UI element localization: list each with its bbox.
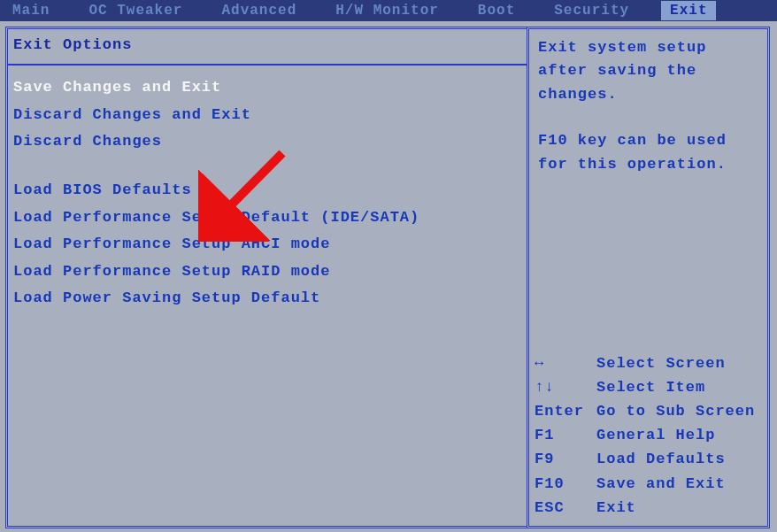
help-text: Exit system setup after saving the chang… [538, 36, 762, 176]
key-desc: Select Item [596, 375, 705, 399]
key-desc: Load Defaults [596, 447, 726, 471]
help-line: for this operation. [538, 153, 762, 176]
key-name: ↑↓ [535, 375, 596, 399]
key-name: Enter [535, 399, 596, 423]
menu-item-load-performance-ide-sata[interactable]: Load Performance Setup Default (IDE/SATA… [8, 204, 527, 232]
key-name: F9 [535, 447, 596, 471]
menu-item-load-power-saving[interactable]: Load Power Saving Setup Default [8, 285, 527, 312]
menu-item-discard-changes[interactable]: Discard Changes [8, 128, 527, 156]
menubar-item-security[interactable]: Security [547, 1, 636, 20]
menu-spacer [8, 156, 527, 177]
key-desc: Go to Sub Screen [596, 399, 755, 423]
menu-item-load-bios-defaults[interactable]: Load BIOS Defaults [8, 177, 527, 204]
key-row-f10: F10 Save and Exit [535, 472, 763, 496]
menubar-item-hw-monitor[interactable]: H/W Monitor [328, 1, 446, 20]
key-legend: ↔ Select Screen ↑↓ Select Item Enter Go … [535, 351, 763, 520]
menu-item-load-performance-raid[interactable]: Load Performance Setup RAID mode [8, 258, 527, 286]
key-name: ESC [535, 496, 596, 520]
help-line: after saving the [538, 59, 762, 82]
key-name: F1 [535, 423, 596, 447]
help-line: changes. [538, 83, 762, 106]
key-row-enter: Enter Go to Sub Screen [535, 399, 763, 423]
help-line [538, 106, 762, 129]
menu-item-discard-changes-and-exit[interactable]: Discard Changes and Exit [8, 102, 527, 129]
help-line: F10 key can be used [538, 129, 762, 152]
key-row-f9: F9 Load Defaults [535, 447, 763, 471]
key-desc: Save and Exit [596, 472, 726, 496]
exit-options-panel: Exit Options Save Changes and Exit Disca… [5, 27, 527, 528]
menubar-item-oc-tweaker[interactable]: OC Tweaker [81, 1, 189, 20]
menubar-item-boot[interactable]: Boot [471, 1, 522, 20]
menubar-item-exit[interactable]: Exit [661, 1, 716, 20]
panel-title: Exit Options [8, 36, 527, 60]
key-desc: Select Screen [596, 351, 726, 375]
key-desc: Exit [596, 496, 636, 520]
help-line: Exit system setup [538, 36, 762, 59]
menubar-item-main[interactable]: Main [5, 1, 57, 20]
key-row-f1: F1 General Help [535, 423, 763, 447]
key-name: ↔ [535, 351, 596, 375]
key-name: F10 [535, 472, 596, 496]
exit-menu-list: Save Changes and Exit Discard Changes an… [8, 74, 527, 312]
menubar-item-advanced[interactable]: Advanced [214, 1, 304, 20]
key-row-select-screen: ↔ Select Screen [535, 351, 763, 375]
menu-item-save-changes-and-exit[interactable]: Save Changes and Exit [8, 74, 527, 102]
menu-item-load-performance-ahci[interactable]: Load Performance Setup AHCI mode [8, 231, 527, 258]
key-row-select-item: ↑↓ Select Item [535, 375, 763, 399]
key-desc: General Help [596, 423, 715, 447]
key-row-esc: ESC Exit [535, 496, 763, 520]
divider [8, 64, 527, 66]
bios-menubar: Main OC Tweaker Advanced H/W Monitor Boo… [0, 0, 777, 21]
